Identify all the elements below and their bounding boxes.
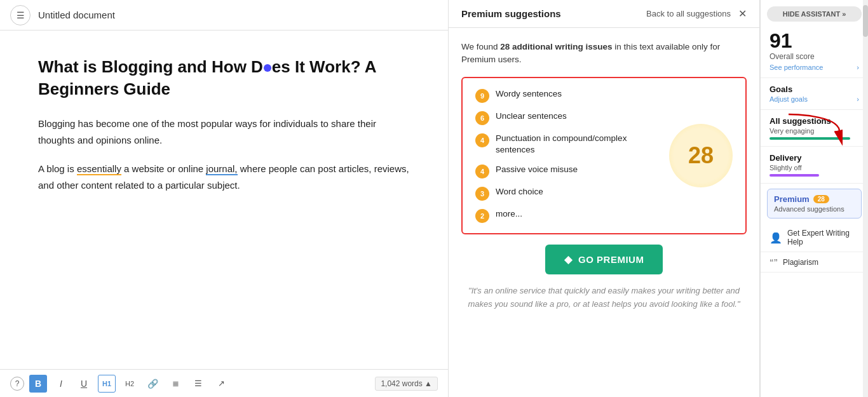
italic-button[interactable]: I [52, 375, 70, 393]
issue-badge-5: 3 [475, 187, 489, 201]
issue-label-5: Word choice [496, 186, 543, 198]
expert-icon: 👤 [770, 232, 782, 244]
issue-row-4: 4 Passive voice misuse [475, 164, 663, 178]
expert-writing-help-item[interactable]: 👤 Get Expert Writing Help [761, 224, 868, 252]
help-button[interactable]: ? [10, 377, 24, 391]
testimonial: "It's an online service that quickly and… [461, 285, 747, 311]
issue-row-3: 4 Punctuation in compound/complex senten… [475, 133, 663, 157]
issue-badge-1: 9 [475, 89, 489, 103]
premium-sidebar-label: Premium 28 [774, 194, 855, 204]
editor-paragraph-2: A blog is essentially a website or onlin… [38, 161, 410, 193]
issue-badge-4: 4 [475, 165, 489, 178]
middle-body: We found 28 additional writing issues in… [449, 28, 759, 397]
editor-area: ☰ Untitled document What is Blogging and… [0, 0, 449, 397]
issues-box: 9 Wordy sentences 6 Unclear sentences 4 … [461, 77, 747, 235]
top-bar: ☰ Untitled document [0, 0, 448, 30]
close-icon[interactable]: ✕ [738, 8, 747, 20]
bottom-toolbar: ? B I U H1 H2 🔗 ≣ ☰ ↗ 1,042 words ▲ [0, 369, 448, 397]
see-performance-link[interactable]: See performance › [770, 64, 859, 71]
all-suggestions-bar [770, 137, 850, 140]
all-suggestions-title: All suggestions [770, 116, 859, 126]
issue-badge-6: 2 [475, 209, 489, 223]
scrollbar-thumb[interactable] [863, 5, 868, 37]
premium-badge: 28 [813, 195, 829, 203]
issue-row-1: 9 Wordy sentences [475, 88, 663, 103]
delivery-section: Delivery Slightly off [761, 147, 868, 184]
delivery-title: Delivery [770, 153, 859, 163]
adjust-goals-link[interactable]: Adjust goals › [770, 95, 859, 103]
delivery-sub: Slightly off [770, 164, 859, 172]
go-premium-button[interactable]: ◆ GO PREMIUM [545, 245, 663, 274]
score-label: Overall score [770, 52, 859, 61]
issues-circle: 28 [669, 124, 733, 187]
all-suggestions-section: All suggestions Very engaging [761, 110, 868, 147]
expert-label: Get Expert Writing Help [787, 229, 859, 246]
delivery-bar [770, 174, 819, 177]
go-premium-label: GO PREMIUM [578, 254, 644, 265]
plagiarism-item[interactable]: “” Plagiarism [761, 252, 868, 273]
panel-title: Premium suggestions [461, 8, 561, 19]
editor-paragraph-1: Blogging has become one of the most popu… [38, 116, 410, 148]
issue-label-6: more... [496, 208, 522, 220]
plagiarism-icon: “” [770, 257, 778, 267]
h1-button[interactable]: H1 [98, 375, 116, 393]
score-section: 91 Overall score See performance › [761, 22, 868, 78]
goals-title: Goals [770, 84, 859, 94]
hide-assistant-button[interactable]: HIDE ASSISTANT » [767, 6, 862, 22]
underline-button[interactable]: U [75, 375, 93, 393]
all-suggestions-sub: Very engaging [770, 127, 859, 135]
editor-content[interactable]: What is Blogging and How Des It Work? A … [0, 30, 448, 369]
issue-badge-2: 6 [475, 111, 489, 125]
issue-label-4: Passive voice misuse [496, 164, 578, 176]
issue-row-5: 3 Word choice [475, 186, 663, 201]
editor-heading: What is Blogging and How Des It Work? A … [38, 56, 410, 100]
premium-intro: We found 28 additional writing issues in… [461, 41, 747, 67]
issue-row-6: 2 more... [475, 208, 663, 223]
unordered-list-button[interactable]: ☰ [189, 375, 207, 393]
diamond-icon: ◆ [564, 253, 573, 266]
h2-button[interactable]: H2 [121, 375, 139, 393]
doc-title: Untitled document [38, 10, 115, 20]
cursor [264, 64, 271, 72]
overall-score: 91 [770, 30, 859, 51]
goals-section: Goals Adjust goals › [761, 78, 868, 110]
right-sidebar: HIDE ASSISTANT » 91 Overall score See pe… [760, 0, 868, 397]
link-button[interactable]: 🔗 [144, 375, 161, 393]
ordered-list-button[interactable]: ≣ [166, 375, 184, 393]
issue-label-1: Wordy sentences [496, 88, 562, 100]
highlight-journal: journal, [206, 163, 237, 175]
menu-icon[interactable]: ☰ [10, 5, 31, 25]
issues-count: 28 [688, 142, 714, 169]
issues-list: 9 Wordy sentences 6 Unclear sentences 4 … [475, 88, 663, 224]
word-count[interactable]: 1,042 words ▲ [375, 377, 438, 391]
premium-sidebar-sub: Advanced suggestions [774, 205, 855, 213]
issue-label-3: Punctuation in compound/complex sentence… [496, 133, 663, 157]
bold-button[interactable]: B [29, 375, 47, 393]
issue-row-2: 6 Unclear sentences [475, 111, 663, 125]
issue-badge-3: 4 [475, 133, 489, 147]
scrollbar-track [863, 0, 868, 397]
plagiarism-label: Plagiarism [783, 258, 818, 267]
issue-label-2: Unclear sentences [496, 111, 567, 123]
middle-panel: Premium suggestions Back to all suggesti… [449, 0, 760, 397]
clear-format-button[interactable]: ↗ [212, 375, 230, 393]
highlight-essentially: essentially [77, 163, 121, 175]
premium-sidebar-item[interactable]: Premium 28 Advanced suggestions [767, 189, 862, 219]
middle-header: Premium suggestions Back to all suggesti… [449, 0, 759, 28]
back-link[interactable]: Back to all suggestions [646, 9, 731, 18]
